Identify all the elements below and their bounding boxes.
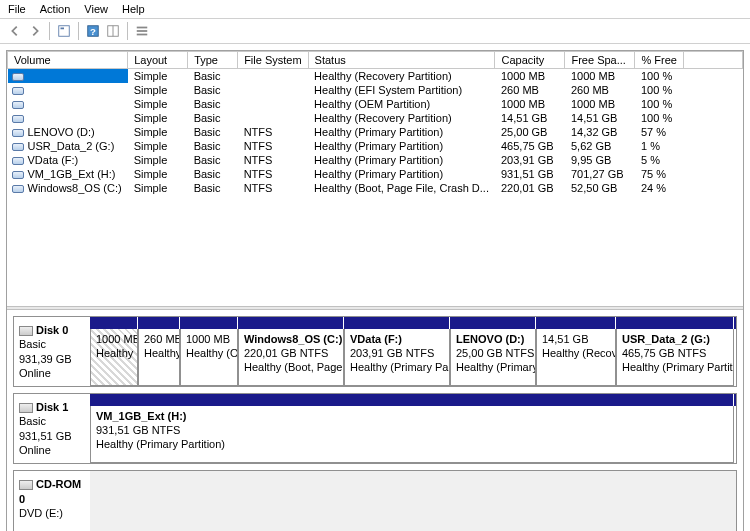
col-capacity[interactable]: Capacity (495, 52, 565, 69)
volume-name-cell (8, 97, 128, 111)
col-pct[interactable]: % Free (635, 52, 683, 69)
table-row[interactable]: Windows8_OS (C:)SimpleBasicNTFSHealthy (… (8, 181, 743, 195)
cell-pct: 24 % (635, 181, 683, 195)
partition-block[interactable]: 1000 MBHealthy (OE (180, 329, 238, 386)
volume-icon (12, 101, 24, 109)
partition-block[interactable]: USR_Data_2 (G:)465,75 GB NTFSHealthy (Pr… (616, 329, 734, 386)
cell-status: Healthy (Recovery Partition) (308, 111, 495, 125)
cell-status: Healthy (Primary Partition) (308, 153, 495, 167)
refresh-button[interactable] (104, 22, 122, 40)
back-button[interactable] (6, 22, 24, 40)
help-button[interactable]: ? (84, 22, 102, 40)
disk-icon (19, 326, 33, 336)
table-row[interactable]: VM_1GB_Ext (H:)SimpleBasicNTFSHealthy (P… (8, 167, 743, 181)
cell-cap: 931,51 GB (495, 167, 565, 181)
cell-type: Basic (188, 125, 238, 139)
disk-meta: DVD (E:) (19, 506, 85, 520)
disk-partitions-container (90, 471, 736, 531)
menubar: File Action View Help (0, 0, 750, 19)
disk-meta: Basic (19, 414, 85, 428)
cell-pct: 100 % (635, 69, 683, 84)
disk-row[interactable]: Disk 0Basic931,39 GBOnline1000 MBHealthy… (13, 316, 737, 387)
disk-name: Disk 0 (36, 324, 68, 336)
cell-type: Basic (188, 97, 238, 111)
table-row[interactable]: LENOVO (D:)SimpleBasicNTFSHealthy (Prima… (8, 125, 743, 139)
partition-status: Healthy (Primary Partit (350, 361, 444, 375)
toolbar-separator (78, 22, 79, 40)
col-type[interactable]: Type (188, 52, 238, 69)
partition-block[interactable]: VData (F:)203,91 GB NTFSHealthy (Primary… (344, 329, 450, 386)
table-header-row: Volume Layout Type File System Status Ca… (8, 52, 743, 69)
cell-free: 260 MB (565, 83, 635, 97)
menu-file[interactable]: File (8, 3, 26, 15)
pane-splitter[interactable] (7, 306, 743, 310)
table-row[interactable]: SimpleBasicHealthy (Recovery Partition)1… (8, 69, 743, 84)
svg-rect-1 (61, 28, 65, 30)
disk-row[interactable]: Disk 1Basic931,51 GBOnlineVM_1GB_Ext (H:… (13, 393, 737, 464)
menu-action[interactable]: Action (40, 3, 71, 15)
table-row[interactable]: SimpleBasicHealthy (EFI System Partition… (8, 83, 743, 97)
cell-type: Basic (188, 153, 238, 167)
table-row[interactable]: VData (F:)SimpleBasicNTFSHealthy (Primar… (8, 153, 743, 167)
col-status[interactable]: Status (308, 52, 495, 69)
volume-name-cell: Windows8_OS (C:) (8, 181, 128, 195)
partition-title: LENOVO (D:) (456, 333, 530, 347)
cell-cap: 14,51 GB (495, 111, 565, 125)
volume-list-pane: Volume Layout Type File System Status Ca… (7, 51, 743, 306)
disk-icon (19, 403, 33, 413)
partition-size: 260 MB (144, 333, 174, 347)
partition-size: 931,51 GB NTFS (96, 424, 728, 438)
col-free[interactable]: Free Spa... (565, 52, 635, 69)
col-blank[interactable] (683, 52, 742, 69)
menu-help[interactable]: Help (122, 3, 145, 15)
menu-view[interactable]: View (84, 3, 108, 15)
partition-block[interactable]: 260 MBHealthy (138, 329, 180, 386)
partition-status: Healthy (Boot, Page Fil (244, 361, 338, 375)
volume-name-text: VData (F:) (28, 154, 79, 166)
partition-block[interactable]: VM_1GB_Ext (H:)931,51 GB NTFSHealthy (Pr… (90, 406, 734, 463)
volume-icon (12, 185, 24, 193)
col-fs[interactable]: File System (238, 52, 308, 69)
table-row[interactable]: SimpleBasicHealthy (OEM Partition)1000 M… (8, 97, 743, 111)
cell-pct: 100 % (635, 111, 683, 125)
cell-pct: 57 % (635, 125, 683, 139)
col-layout[interactable]: Layout (128, 52, 188, 69)
cell-status: Healthy (OEM Partition) (308, 97, 495, 111)
cell-cap: 1000 MB (495, 97, 565, 111)
partition-block[interactable]: 14,51 GBHealthy (Recover (536, 329, 616, 386)
cell-layout: Simple (128, 69, 188, 84)
volume-icon (12, 115, 24, 123)
partition-block[interactable]: 1000 MBHealthy (Re (90, 329, 138, 386)
cell-pct: 75 % (635, 167, 683, 181)
cell-layout: Simple (128, 153, 188, 167)
volume-name-text: Windows8_OS (C:) (28, 182, 122, 194)
cell-cap: 260 MB (495, 83, 565, 97)
col-volume[interactable]: Volume (8, 52, 128, 69)
partition-size: 14,51 GB (542, 333, 610, 347)
table-row[interactable]: USR_Data_2 (G:)SimpleBasicNTFSHealthy (P… (8, 139, 743, 153)
forward-button[interactable] (26, 22, 44, 40)
partition-status: Healthy (Re (96, 347, 132, 361)
disk-meta: 931,51 GB (19, 429, 85, 443)
disk-meta: Online (19, 443, 85, 457)
volume-table[interactable]: Volume Layout Type File System Status Ca… (7, 51, 743, 195)
toolbar: ? (0, 19, 750, 44)
disk-row[interactable]: CD-ROM 0DVD (E:) No Media (13, 470, 737, 531)
table-row[interactable]: SimpleBasicHealthy (Recovery Partition)1… (8, 111, 743, 125)
partition-block[interactable]: LENOVO (D:)25,00 GB NTFSHealthy (Primary… (450, 329, 536, 386)
properties-button[interactable] (55, 22, 73, 40)
volume-icon (12, 157, 24, 165)
partition-size: 203,91 GB NTFS (350, 347, 444, 361)
disk-meta: 931,39 GB (19, 352, 85, 366)
partition-title: USR_Data_2 (G:) (622, 333, 728, 347)
partition-block[interactable]: Windows8_OS (C:)220,01 GB NTFSHealthy (B… (238, 329, 344, 386)
cell-layout: Simple (128, 111, 188, 125)
partition-status: Healthy (Primary Partition) (96, 438, 728, 452)
cell-cap: 465,75 GB (495, 139, 565, 153)
svg-rect-0 (59, 26, 70, 37)
volume-name-cell: LENOVO (D:) (8, 125, 128, 139)
list-button[interactable] (133, 22, 151, 40)
partition-title: Windows8_OS (C:) (244, 333, 338, 347)
volume-name-cell (8, 111, 128, 125)
cell-free: 1000 MB (565, 97, 635, 111)
